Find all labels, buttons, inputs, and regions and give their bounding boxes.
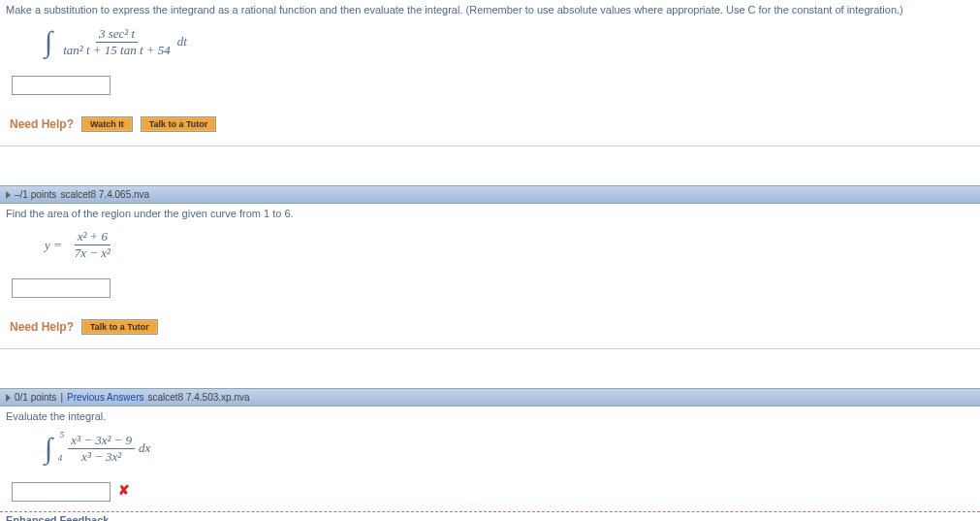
- differential: dt: [177, 34, 187, 49]
- points-label: 0/1 points: [15, 392, 56, 403]
- differential: dx: [139, 440, 150, 456]
- question-prompt: Evaluate the integral.: [6, 410, 974, 422]
- question-ref: scalcet8 7.4.503.xp.nva: [147, 392, 249, 403]
- denominator: 7x − x²: [72, 245, 113, 261]
- expand-toggle-icon[interactable]: [6, 394, 11, 402]
- lower-bound: 4: [58, 453, 63, 463]
- points-label: –/1 points: [15, 189, 56, 200]
- lhs: y =: [45, 238, 62, 253]
- talk-to-tutor-button[interactable]: Talk to a Tutor: [141, 116, 217, 132]
- previous-answers-link[interactable]: Previous Answers: [67, 392, 143, 403]
- separator: |: [60, 392, 63, 403]
- question-1: Make a substitution to express the integ…: [0, 0, 980, 113]
- question-ref: scalcet8 7.4.065.nva: [60, 189, 149, 200]
- curve-expression: y = x² + 6 7x − x²: [6, 225, 974, 271]
- section-header-3[interactable]: 0/1 points | Previous Answers scalcet8 7…: [0, 388, 980, 407]
- question-prompt: Make a substitution to express the integ…: [6, 4, 974, 16]
- answer-input[interactable]: [12, 76, 111, 95]
- fraction: 3 sec² t tan² t + 15 tan t + 54: [60, 26, 174, 58]
- question-2: Find the area of the region under the gi…: [0, 204, 980, 315]
- answer-input[interactable]: [12, 278, 111, 298]
- integral-bounds: ∫ 5 4: [45, 432, 56, 465]
- watch-it-button[interactable]: Watch It: [81, 116, 133, 132]
- integral-expression: ∫ 3 sec² t tan² t + 15 tan t + 54 dt: [6, 21, 974, 68]
- fraction: x³ − 3x² − 9 x³ − 3x²: [68, 433, 135, 465]
- numerator: 3 sec² t: [96, 26, 138, 43]
- help-label: Need Help?: [10, 320, 74, 334]
- upper-bound: 5: [60, 430, 65, 440]
- expand-toggle-icon[interactable]: [6, 191, 11, 199]
- help-row: Need Help? Talk to a Tutor: [0, 315, 980, 349]
- question-prompt: Find the area of the region under the gi…: [6, 208, 974, 219]
- integral-expression: ∫ 5 4 x³ − 3x² − 9 x³ − 3x² dx: [6, 428, 974, 474]
- integral-sign: ∫: [45, 25, 52, 58]
- section-header-2[interactable]: –/1 points scalcet8 7.4.065.nva: [0, 185, 980, 204]
- numerator: x² + 6: [75, 229, 111, 245]
- help-label: Need Help?: [10, 117, 74, 131]
- fraction: x² + 6 7x − x²: [72, 229, 113, 261]
- help-row: Need Help? Watch It Talk to a Tutor: [0, 113, 980, 147]
- denominator: x³ − 3x²: [79, 449, 124, 465]
- denominator: tan² t + 15 tan t + 54: [60, 43, 174, 58]
- talk-to-tutor-button[interactable]: Talk to a Tutor: [81, 319, 158, 335]
- incorrect-icon: ✘: [118, 482, 130, 498]
- numerator: x³ − 3x² − 9: [68, 433, 135, 449]
- integral-sign: ∫: [45, 432, 52, 464]
- enhanced-feedback-label: Enhanced Feedback: [0, 512, 980, 521]
- question-3: Evaluate the integral. ∫ 5 4 x³ − 3x² − …: [0, 407, 980, 509]
- answer-input[interactable]: [12, 482, 111, 502]
